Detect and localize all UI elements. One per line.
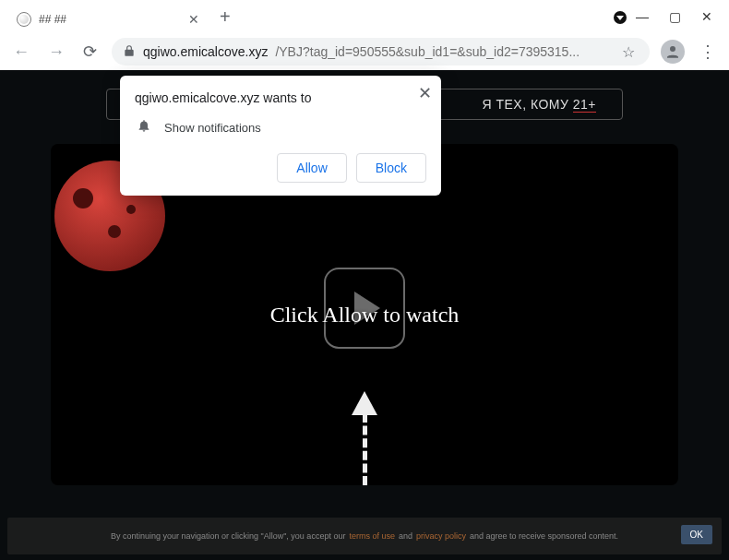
tab-title: ## ##: [39, 13, 179, 26]
cookie-text-prefix: By continuing your navigation or clickin…: [111, 531, 346, 541]
cookie-text-suffix: and agree to receive sponsored content.: [470, 531, 618, 541]
window-titlebar: ## ## ✕ + — ▢ ✕: [0, 0, 729, 33]
arrow-up-icon: [364, 391, 365, 485]
close-window-button[interactable]: ✕: [701, 9, 712, 24]
new-tab-button[interactable]: +: [210, 3, 240, 31]
allow-button[interactable]: Allow: [277, 153, 346, 183]
permission-origin-text: qgiwo.emicalcove.xyz wants to: [135, 90, 426, 105]
url-host: qgiwo.emicalcove.xyz: [143, 44, 268, 59]
reload-button[interactable]: ⟳: [79, 40, 101, 64]
minimize-button[interactable]: —: [636, 9, 649, 24]
notification-permission-dialog: ✕ qgiwo.emicalcove.xyz wants to Show not…: [120, 76, 441, 196]
bookmark-star-icon[interactable]: ☆: [618, 43, 639, 61]
forward-button[interactable]: →: [44, 41, 68, 64]
globe-icon: [17, 12, 31, 27]
cookie-link-terms[interactable]: terms of use: [349, 531, 395, 541]
url-path: /YBJ?tag_id=950555&sub_id1=&sub_id2=7395…: [275, 44, 580, 59]
lock-icon: [123, 44, 136, 60]
profile-avatar[interactable]: [661, 40, 685, 64]
banner-age: 21+: [573, 97, 596, 113]
browser-toolbar: ← → ⟳ qgiwo.emicalcove.xyz/YBJ?tag_id=95…: [0, 33, 729, 70]
cookie-bar: By continuing your navigation or clickin…: [7, 518, 722, 554]
window-controls: — ▢ ✕: [636, 0, 729, 24]
cookie-link-privacy[interactable]: privacy policy: [416, 531, 466, 541]
address-bar[interactable]: qgiwo.emicalcove.xyz/YBJ?tag_id=950555&s…: [112, 38, 650, 66]
permission-actions: Allow Block: [135, 153, 426, 183]
close-icon[interactable]: ✕: [186, 10, 201, 29]
cta-text: Click Allow to watch: [270, 303, 460, 328]
cookie-and: and: [399, 531, 412, 541]
permission-row: Show notifications: [135, 118, 426, 137]
back-button[interactable]: ←: [9, 41, 33, 64]
cookie-ok-button[interactable]: OK: [681, 525, 712, 544]
kebab-menu-icon[interactable]: ⋮: [696, 42, 720, 62]
banner-text: Я ТЕХ, КОМУ: [482, 97, 572, 112]
incognito-icon: [614, 11, 627, 24]
close-icon[interactable]: ✕: [418, 83, 432, 103]
bell-icon: [137, 118, 151, 137]
browser-tab[interactable]: ## ## ✕: [7, 4, 210, 35]
tab-strip: ## ## ✕ +: [0, 0, 614, 33]
block-button[interactable]: Block: [356, 153, 426, 183]
permission-label: Show notifications: [164, 121, 261, 135]
svg-point-0: [670, 46, 675, 52]
maximize-button[interactable]: ▢: [669, 9, 681, 24]
